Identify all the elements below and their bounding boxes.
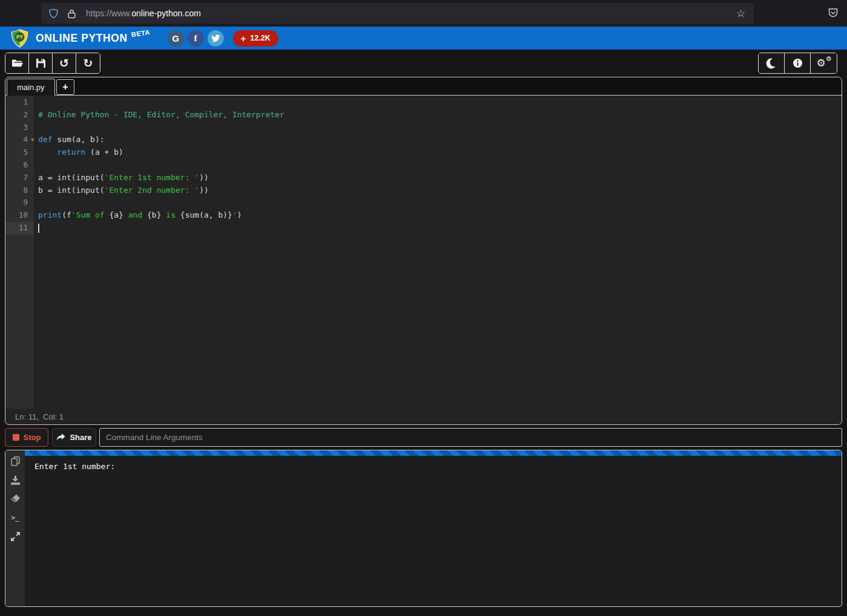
facebook-button[interactable]: f bbox=[188, 30, 204, 47]
twitter-button[interactable] bbox=[208, 30, 224, 47]
code-line[interactable]: a = int(input('Enter 1st number: ')) bbox=[34, 172, 842, 184]
moon-icon bbox=[765, 57, 777, 70]
brand-title[interactable]: ONLINE PYTHON bbox=[36, 32, 128, 45]
url-text[interactable]: https://www.online-python.com bbox=[86, 8, 736, 18]
gears-icon: ⚙⚙ bbox=[817, 57, 831, 70]
redo-icon: ↻ bbox=[83, 57, 93, 69]
gutter-line-number: 3 bbox=[5, 122, 34, 134]
plus-icon: + bbox=[241, 33, 246, 44]
editor-gutter: 1234▼567891011 bbox=[5, 96, 34, 409]
floppy-save-icon bbox=[36, 59, 45, 68]
svg-text:PY: PY bbox=[16, 34, 23, 40]
save-button[interactable] bbox=[29, 53, 53, 73]
gutter-line-number: 5 bbox=[5, 146, 34, 159]
editor-toolbar: ↺ ↻ ⚙⚙ bbox=[0, 50, 847, 77]
vote-counter-badge[interactable]: + 12.2K bbox=[233, 30, 278, 47]
code-line[interactable]: return (a + b) bbox=[34, 146, 842, 159]
dark-mode-button[interactable] bbox=[759, 53, 785, 73]
running-progress-bar bbox=[25, 450, 842, 456]
social-links: G f + 12.2K bbox=[168, 30, 278, 47]
bookmark-star-icon[interactable]: ☆ bbox=[736, 7, 745, 20]
gutter-line-number: 10 bbox=[5, 209, 34, 222]
code-line[interactable]: # Online Python - IDE, Editor, Compiler,… bbox=[34, 109, 842, 122]
command-line-arguments-input[interactable] bbox=[99, 428, 842, 447]
code-line[interactable]: def sum(a, b): bbox=[34, 134, 842, 146]
redo-button[interactable]: ↻ bbox=[76, 53, 100, 73]
terminal-mode-icon[interactable]: >_ bbox=[10, 513, 20, 522]
output-console: >_ Enter 1st number: bbox=[5, 450, 842, 607]
console-main: Enter 1st number: bbox=[25, 450, 842, 606]
console-sidebar: >_ bbox=[5, 450, 25, 606]
gutter-line-number: 9 bbox=[5, 196, 34, 209]
expand-console-icon[interactable] bbox=[10, 531, 20, 541]
stop-button[interactable]: Stop bbox=[5, 428, 48, 447]
browser-chrome: https://www.online-python.com ☆ bbox=[0, 0, 847, 27]
download-output-icon[interactable] bbox=[10, 475, 20, 485]
gutter-line-number: 1 bbox=[5, 96, 34, 109]
gutter-line-number: 8 bbox=[5, 184, 34, 197]
code-line[interactable]: b = int(input('Enter 2nd number: ')) bbox=[34, 184, 842, 197]
code-line[interactable] bbox=[34, 122, 842, 134]
console-output-text[interactable]: Enter 1st number: bbox=[25, 456, 842, 477]
folder-open-icon bbox=[11, 59, 23, 68]
gutter-line-number: 6 bbox=[5, 159, 34, 172]
code-line[interactable] bbox=[34, 159, 842, 172]
cursor-position-status: Ln: 11, Col: 1 bbox=[5, 409, 842, 424]
info-button[interactable] bbox=[785, 53, 811, 73]
google-icon: G bbox=[172, 33, 180, 44]
file-actions-group: ↺ ↻ bbox=[5, 53, 100, 74]
stop-label: Stop bbox=[24, 433, 41, 442]
clear-output-icon[interactable] bbox=[10, 494, 20, 504]
share-label: Share bbox=[70, 433, 91, 442]
code-line[interactable] bbox=[34, 222, 842, 235]
beta-badge: BETA bbox=[131, 28, 151, 38]
copy-output-icon[interactable] bbox=[10, 456, 20, 466]
settings-group: ⚙⚙ bbox=[758, 53, 837, 74]
url-bar[interactable]: https://www.online-python.com ☆ bbox=[41, 3, 754, 24]
undo-button[interactable]: ↺ bbox=[53, 53, 76, 73]
tab-main-py[interactable]: main.py bbox=[7, 79, 55, 96]
gutter-line-number: 2 bbox=[5, 109, 34, 122]
url-scheme: https://www. bbox=[86, 8, 131, 18]
facebook-icon: f bbox=[194, 33, 197, 44]
site-header: PY ONLINE PYTHON BETA G f + 12.2K bbox=[0, 27, 847, 50]
run-bar: Stop Share bbox=[5, 428, 842, 447]
twitter-bird-icon bbox=[211, 34, 220, 42]
open-file-button[interactable] bbox=[5, 53, 29, 73]
settings-button[interactable]: ⚙⚙ bbox=[811, 53, 837, 73]
counter-value: 12.2K bbox=[250, 34, 270, 42]
text-cursor bbox=[38, 224, 39, 233]
undo-icon: ↺ bbox=[59, 57, 69, 69]
gutter-line-number: 11 bbox=[5, 222, 34, 235]
google-button[interactable]: G bbox=[168, 30, 184, 47]
online-python-logo-icon[interactable]: PY bbox=[10, 29, 29, 48]
new-tab-button[interactable]: + bbox=[56, 79, 74, 95]
editor-body[interactable]: 1234▼567891011 # Online Python - IDE, Ed… bbox=[5, 96, 842, 409]
pocket-badge-icon[interactable] bbox=[828, 7, 839, 21]
gutter-line-number: 4▼ bbox=[5, 134, 34, 146]
tab-bar: main.py + bbox=[5, 77, 842, 96]
info-icon bbox=[793, 58, 803, 68]
code-line[interactable] bbox=[34, 96, 842, 109]
editor-code[interactable]: # Online Python - IDE, Editor, Compiler,… bbox=[34, 96, 842, 409]
stop-square-icon bbox=[13, 434, 19, 441]
code-line[interactable]: print(f'Sum of {a} and {b} is {sum(a, b)… bbox=[34, 209, 842, 222]
share-arrow-icon bbox=[56, 433, 65, 441]
url-domain: online-python.com bbox=[131, 8, 200, 18]
tracking-protection-shield-icon[interactable] bbox=[48, 8, 59, 19]
code-line[interactable] bbox=[34, 196, 842, 209]
code-editor-panel: main.py + 1234▼567891011 # Online Python… bbox=[5, 77, 842, 425]
share-button[interactable]: Share bbox=[52, 428, 96, 447]
lock-icon[interactable] bbox=[67, 8, 76, 19]
gutter-line-number: 7 bbox=[5, 172, 34, 184]
